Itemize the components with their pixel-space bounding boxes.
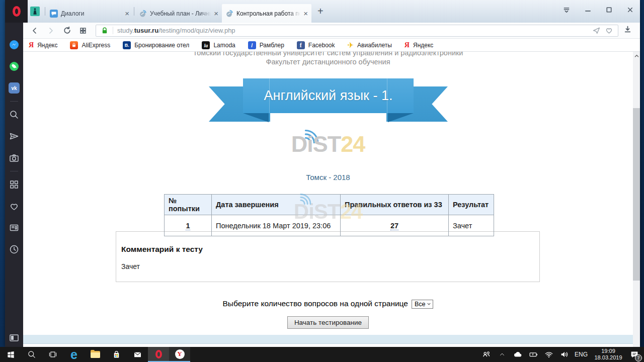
bookmark-rambler[interactable]: / Рамблер <box>248 41 284 49</box>
bookmarks-bar: Я Яндекс AliExpress В. Бронирование отел… <box>5 39 640 52</box>
bookmark-avia[interactable]: ✈ Авиабилеты <box>348 41 392 50</box>
select-value: Все <box>415 301 426 308</box>
tab-close-icon[interactable]: × <box>303 10 308 17</box>
maximize-icon[interactable] <box>605 6 613 14</box>
tab-menu-icon[interactable] <box>562 6 571 14</box>
bookmark-heart-icon[interactable] <box>605 26 613 35</box>
tab-quiz-active[interactable]: Контрольная работа по д × <box>222 4 311 23</box>
airplane-icon: ✈ <box>348 41 354 50</box>
clock[interactable]: 19:09 18.03.2019 <box>592 348 624 361</box>
bookmark-label: AliExpress <box>82 42 110 49</box>
bookmark-yandex-2[interactable]: Я Яндекс <box>405 41 433 49</box>
scroll-up-arrow[interactable] <box>633 53 640 59</box>
notification-badge: 7 <box>635 354 642 361</box>
task-view-button[interactable] <box>42 347 63 362</box>
tab-title: Контрольная работа по д <box>236 10 300 17</box>
mail-icon <box>133 350 142 359</box>
wifi-icon[interactable] <box>543 349 554 360</box>
downloads-icon[interactable] <box>623 25 632 36</box>
my-flow-icon[interactable] <box>9 131 20 142</box>
opera-sidebar: vk <box>5 23 23 347</box>
edge-button[interactable]: e <box>63 347 85 362</box>
whatsapp-icon[interactable] <box>9 61 20 72</box>
send-to-flow-icon[interactable] <box>592 26 601 35</box>
tab-close-icon[interactable]: × <box>125 10 129 17</box>
questions-per-page-row: Выберите количество вопросов на одной ст… <box>23 299 633 309</box>
file-explorer-button[interactable] <box>85 347 106 362</box>
page-footer-strip <box>23 335 633 344</box>
onedrive-cloud-icon[interactable] <box>512 349 523 360</box>
bookmark-label: Рамблер <box>260 42 284 49</box>
start-test-button[interactable]: Начать тестирование <box>287 316 369 329</box>
yandex-browser-taskbar-button[interactable]: Y <box>169 347 190 362</box>
taskbar-search-button[interactable] <box>21 347 42 362</box>
speed-dial-grid-icon[interactable] <box>9 179 20 190</box>
url-text: study.tusur.ru/testing/mod/quiz/view.php <box>117 27 235 34</box>
bookmark-facebook[interactable]: f Facebook <box>297 41 335 49</box>
tab-dialogs[interactable]: Диалоги × <box>46 4 133 23</box>
correct-answers-link[interactable]: 27 <box>390 222 398 230</box>
bookmark-yandex[interactable]: Я Яндекс <box>29 41 57 49</box>
tab-close-icon[interactable]: × <box>214 10 218 17</box>
university-name: Томский государственный университет сист… <box>23 52 633 57</box>
bookmark-aliexpress[interactable]: AliExpress <box>70 41 110 49</box>
scrollbar-thumb[interactable] <box>633 108 640 281</box>
start-button[interactable] <box>0 347 21 362</box>
scrollbar[interactable] <box>633 52 640 347</box>
reload-icon[interactable] <box>60 25 73 36</box>
rambler-icon: / <box>248 41 256 49</box>
forward-icon[interactable] <box>44 25 57 36</box>
news-icon[interactable] <box>9 222 20 233</box>
action-center-button[interactable]: 7 <box>629 349 640 360</box>
course-banner: Английский язык - 1. <box>209 78 448 122</box>
tab-title: Учебный план - Личный <box>150 10 211 17</box>
desktop: { "colors": { "accent_blue": "#42a0d6", … <box>0 0 644 362</box>
questions-per-page-select[interactable]: Все <box>412 300 434 309</box>
mail-button[interactable] <box>127 347 148 362</box>
browser-window: Диалоги × Учебный план - Личный × Контро… <box>5 0 640 347</box>
microsoft-store-button[interactable] <box>106 347 127 362</box>
battery-icon[interactable] <box>528 349 539 360</box>
speed-dial-icon[interactable] <box>76 25 90 36</box>
cell-correct: 27 <box>341 215 449 236</box>
close-icon[interactable] <box>626 6 634 14</box>
bookmarks-heart-icon[interactable] <box>9 201 20 212</box>
questions-select-label: Выберите количество вопросов на одной ст… <box>223 299 408 308</box>
history-clock-icon[interactable] <box>9 244 20 255</box>
volume-icon[interactable] <box>559 349 570 360</box>
minimize-icon[interactable] <box>584 6 592 14</box>
address-bar[interactable]: study.tusur.ru/testing/mod/quiz/view.php <box>96 25 618 37</box>
comment-title: Комментарий к тесту <box>121 245 534 254</box>
messenger-icon[interactable] <box>9 39 20 50</box>
opera-taskbar-button[interactable] <box>148 347 169 362</box>
task-view-icon <box>48 350 57 359</box>
back-icon[interactable] <box>28 25 41 36</box>
language-indicator[interactable]: ENG <box>575 351 588 358</box>
faculty-name: Факультет дистанционного обучения <box>23 58 633 66</box>
snapshot-camera-icon[interactable] <box>9 152 20 163</box>
dist24-logo: DiST24 <box>23 131 633 157</box>
opera-menu-button[interactable] <box>5 0 28 23</box>
course-title: Английский язык - 1. <box>243 78 414 113</box>
attempt-link[interactable]: 1 <box>186 222 190 230</box>
new-tab-button[interactable]: + <box>317 6 324 17</box>
sidebar-setup-icon[interactable] <box>9 332 20 343</box>
cell-date: Понедельник 18 Март 2019, 23:06 <box>212 215 341 236</box>
search-icon[interactable] <box>9 109 20 120</box>
vk-icon[interactable]: vk <box>9 82 20 94</box>
bookmark-lamoda[interactable]: la Lamoda <box>202 41 235 49</box>
search-icon <box>27 350 36 359</box>
bookmark-booking[interactable]: В. Бронирование отел <box>123 41 189 49</box>
col-attempt: № попытки <box>165 195 212 215</box>
tab-study-plan[interactable]: Учебный план - Личный × <box>135 4 222 23</box>
yandex-browser-icon: Y <box>175 349 185 359</box>
tusur-favicon <box>225 10 233 18</box>
opera-icon <box>155 350 162 358</box>
people-icon[interactable] <box>481 349 492 360</box>
sidebar-divider <box>10 101 18 102</box>
pinned-tab-favicon[interactable] <box>30 7 40 16</box>
tray-chevron-up-icon[interactable] <box>497 349 508 360</box>
col-correct: Правильных ответов из 33 <box>341 195 449 215</box>
secure-lock-icon[interactable] <box>101 27 109 35</box>
window-controls <box>562 0 634 19</box>
